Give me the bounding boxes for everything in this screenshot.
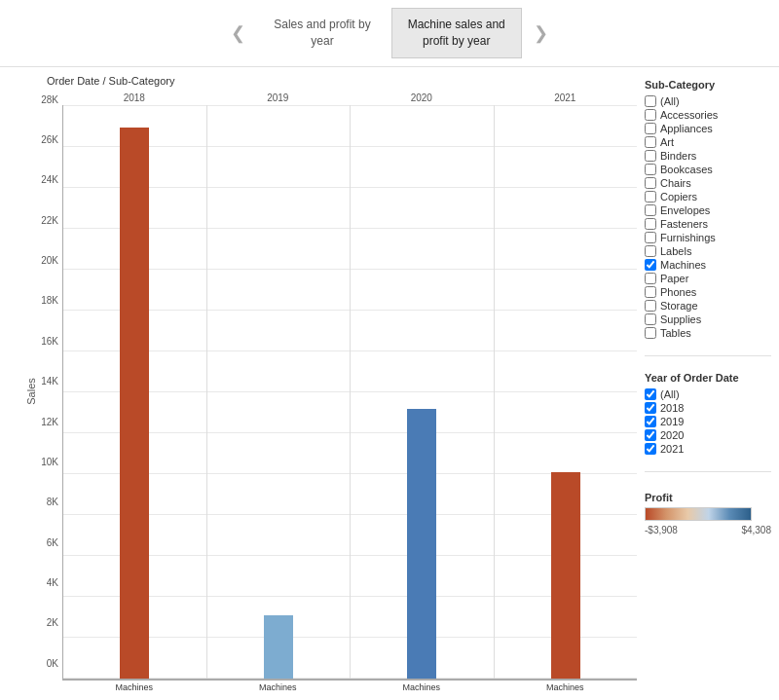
filter-binders-label: Binders <box>660 150 696 162</box>
x-label-2019: Machines <box>206 681 351 692</box>
filter-chairs-checkbox[interactable] <box>645 177 656 189</box>
bars-2019 <box>207 105 351 679</box>
subcategory-title: Sub-Category <box>645 79 771 91</box>
profit-legend: Profit -$3,908 $4,308 <box>645 492 771 535</box>
year-2020-checkbox[interactable] <box>645 429 656 441</box>
filter-bookcases[interactable]: Bookcases <box>645 163 771 176</box>
filter-all-label: (All) <box>660 95 680 107</box>
year-2018-checkbox[interactable] <box>645 402 656 414</box>
filter-envelopes-label: Envelopes <box>660 204 710 216</box>
filter-storage-checkbox[interactable] <box>645 300 656 312</box>
filter-labels-label: Labels <box>660 245 691 257</box>
filter-chairs-label: Chairs <box>660 177 691 189</box>
filter-fasteners-checkbox[interactable] <box>645 218 656 230</box>
filter-phones[interactable]: Phones <box>645 285 771 299</box>
y-tick-8k: 8K <box>47 497 58 507</box>
filter-phones-checkbox[interactable] <box>645 286 656 298</box>
filter-paper[interactable]: Paper <box>645 272 771 285</box>
filter-envelopes-checkbox[interactable] <box>645 204 656 216</box>
filter-phones-label: Phones <box>660 286 696 298</box>
filter-furnishings-checkbox[interactable] <box>645 232 656 243</box>
y-tick-28k: 28K <box>41 94 58 105</box>
y-axis-label: Sales <box>25 378 37 405</box>
tab-machine-sales[interactable]: Machine sales and profit by year <box>391 8 522 58</box>
chart-area: Order Date / Sub-Category Sales 28K 26K … <box>8 75 637 692</box>
year-filter-2019[interactable]: 2019 <box>645 415 771 428</box>
filter-panel: Sub-Category (All) Accessories Appliance… <box>645 75 771 692</box>
filter-machines-label: Machines <box>660 259 706 271</box>
year-filter-2020[interactable]: 2020 <box>645 428 771 442</box>
filter-envelopes[interactable]: Envelopes <box>645 203 771 217</box>
chart-container: Sales 28K 26K 24K 22K 20K 18K 16K 14K 12… <box>8 91 637 692</box>
filter-tables-checkbox[interactable] <box>645 327 656 339</box>
tab-sales-profit[interactable]: Sales and profit by year <box>257 8 387 58</box>
y-tick-12k: 12K <box>41 417 58 427</box>
filter-all[interactable]: (All) <box>645 94 771 108</box>
filter-appliances[interactable]: Appliances <box>645 122 771 135</box>
profit-title: Profit <box>645 492 771 503</box>
filter-bookcases-checkbox[interactable] <box>645 164 656 175</box>
prev-arrow[interactable]: ❮ <box>223 18 253 48</box>
filter-supplies[interactable]: Supplies <box>645 313 771 326</box>
divider-1 <box>645 355 771 356</box>
year-filter-2021[interactable]: 2021 <box>645 442 771 456</box>
year-2019-checkbox[interactable] <box>645 416 656 427</box>
filter-furnishings[interactable]: Furnishings <box>645 231 771 244</box>
filter-labels-checkbox[interactable] <box>645 245 656 257</box>
filter-accessories[interactable]: Accessories <box>645 108 771 122</box>
filter-tables[interactable]: Tables <box>645 326 771 340</box>
filter-paper-checkbox[interactable] <box>645 273 656 284</box>
year-label-2018: 2018 <box>62 91 206 103</box>
y-tick-24k: 24K <box>41 174 58 185</box>
y-tick-18k: 18K <box>41 295 58 306</box>
y-tick-14k: 14K <box>41 376 58 387</box>
x-label-2021: Machines <box>494 681 638 692</box>
filter-fasteners-label: Fasteners <box>660 218 708 230</box>
bars-2020 <box>351 105 494 679</box>
filter-art[interactable]: Art <box>645 135 771 149</box>
year-2018-label: 2018 <box>660 402 684 414</box>
filter-labels[interactable]: Labels <box>645 244 771 258</box>
filter-chairs[interactable]: Chairs <box>645 176 771 190</box>
filter-fasteners[interactable]: Fasteners <box>645 217 771 231</box>
filter-paper-label: Paper <box>660 273 688 284</box>
y-tick-16k: 16K <box>41 336 58 347</box>
filter-copiers[interactable]: Copiers <box>645 190 771 203</box>
year-all-label: (All) <box>660 388 680 400</box>
year-group-2021 <box>495 105 638 679</box>
year-2020-label: 2020 <box>660 429 684 441</box>
filter-appliances-checkbox[interactable] <box>645 123 656 134</box>
profit-min: -$3,908 <box>645 525 678 535</box>
filter-binders-checkbox[interactable] <box>645 150 656 162</box>
main-content: Order Date / Sub-Category Sales 28K 26K … <box>0 67 779 700</box>
year-label-2021: 2021 <box>494 91 638 103</box>
divider-2 <box>645 471 771 472</box>
filter-art-checkbox[interactable] <box>645 136 656 148</box>
filter-accessories-checkbox[interactable] <box>645 109 656 121</box>
year-filter-all[interactable]: (All) <box>645 387 771 401</box>
filter-machines[interactable]: Machines <box>645 258 771 272</box>
chart-inner: 2018 2019 2020 2021 <box>62 91 637 692</box>
filter-supplies-checkbox[interactable] <box>645 313 656 325</box>
profit-range: -$3,908 $4,308 <box>645 525 771 535</box>
filter-binders[interactable]: Binders <box>645 149 771 163</box>
x-label-2020: Machines <box>350 681 494 692</box>
year-groups <box>63 105 637 679</box>
filter-supplies-label: Supplies <box>660 313 701 325</box>
next-arrow[interactable]: ❯ <box>526 18 556 48</box>
year-filter-2018[interactable]: 2018 <box>645 401 771 415</box>
year-group-2020 <box>351 105 495 679</box>
year-all-checkbox[interactable] <box>645 388 656 400</box>
year-2021-checkbox[interactable] <box>645 443 656 455</box>
filter-copiers-checkbox[interactable] <box>645 191 656 203</box>
year-label-2019: 2019 <box>206 91 351 103</box>
filter-appliances-label: Appliances <box>660 123 713 134</box>
chart-title: Order Date / Sub-Category <box>8 75 637 87</box>
filter-storage[interactable]: Storage <box>645 299 771 313</box>
bars-2021 <box>495 105 638 679</box>
filter-machines-checkbox[interactable] <box>645 259 656 271</box>
bars-2018 <box>63 105 206 679</box>
y-tick-0k: 0K <box>47 658 58 669</box>
filter-all-checkbox[interactable] <box>645 95 656 107</box>
y-tick-6k: 6K <box>47 537 58 548</box>
